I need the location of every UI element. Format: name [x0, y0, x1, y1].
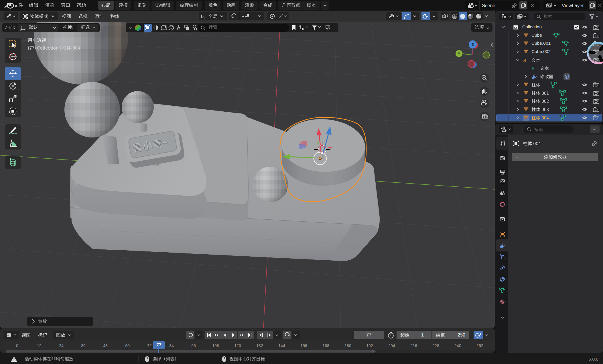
svg-text:Y: Y: [458, 52, 460, 56]
svg-text:Z: Z: [472, 42, 474, 47]
